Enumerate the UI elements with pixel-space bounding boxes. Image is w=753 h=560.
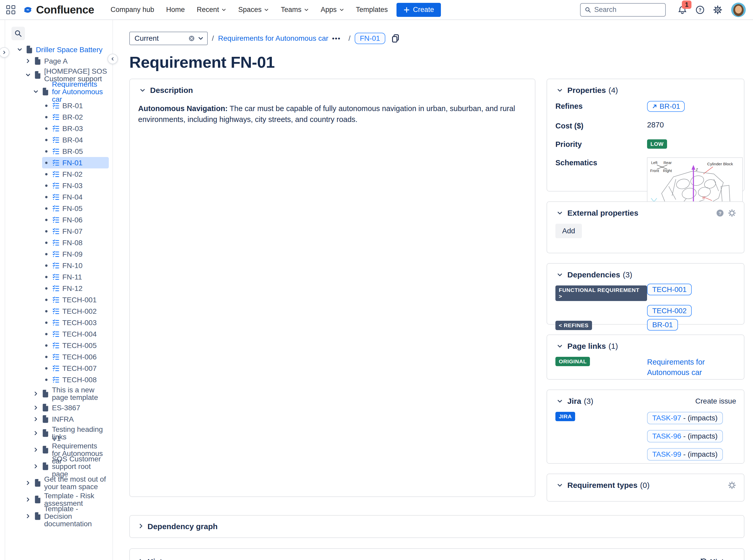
sidebar-item-br-03[interactable]: BR-03 bbox=[42, 123, 109, 134]
sidebar-item-fn-09[interactable]: FN-09 bbox=[42, 248, 109, 260]
nav-item-recent[interactable]: Recent bbox=[191, 2, 232, 18]
breadcrumb-ellipsis-button[interactable]: ••• bbox=[332, 35, 341, 43]
chevron-right-icon[interactable] bbox=[32, 464, 40, 469]
sidebar-item-fn-10[interactable]: FN-10 bbox=[42, 260, 109, 271]
sidebar-item-template-decision-documentation[interactable]: Template - Decision documentation bbox=[24, 508, 109, 524]
nav-item-teams[interactable]: Teams bbox=[275, 2, 315, 18]
confluence-logo[interactable]: Confluence bbox=[22, 4, 94, 16]
chevron-right-icon[interactable] bbox=[32, 405, 40, 410]
sidebar-item-tech-001[interactable]: TECH-001 bbox=[42, 294, 109, 305]
sidebar-item-fn-08[interactable]: FN-08 bbox=[42, 237, 109, 248]
chevron-down-icon[interactable] bbox=[24, 73, 32, 78]
sidebar-item-driller-space-battery[interactable]: Driller Space Battery bbox=[16, 44, 109, 55]
sidebar-item-page-a[interactable]: Page A bbox=[24, 55, 109, 67]
history-button[interactable]: History bbox=[700, 558, 735, 560]
dependency-chip-tech-001[interactable]: TECH-001 bbox=[647, 284, 692, 295]
chevron-right-icon[interactable] bbox=[24, 58, 32, 64]
app-switcher-icon[interactable] bbox=[6, 5, 15, 14]
chevron-right-icon[interactable] bbox=[32, 391, 40, 396]
sidebar-item-fn-03[interactable]: FN-03 bbox=[42, 180, 109, 191]
nav-item-company-hub[interactable]: Company hub bbox=[105, 2, 160, 18]
create-button[interactable]: Create bbox=[397, 3, 441, 17]
page-link[interactable]: Requirements for Autonomous car bbox=[647, 357, 736, 378]
chevron-right-icon[interactable] bbox=[138, 558, 144, 560]
chevron-right-icon[interactable] bbox=[32, 417, 40, 422]
search-icon bbox=[585, 6, 591, 14]
sidebar-item-fn-06[interactable]: FN-06 bbox=[42, 214, 109, 225]
dependency-graph-card[interactable]: Dependency graph bbox=[129, 515, 745, 538]
sidebar-item-tech-002[interactable]: TECH-002 bbox=[42, 305, 109, 317]
sidebar-item-this-is-a-new-page-template[interactable]: This is a new page template bbox=[32, 385, 109, 402]
sidebar-item-infra[interactable]: INFRA bbox=[32, 413, 109, 425]
sidebar-item-tech-003[interactable]: TECH-003 bbox=[42, 317, 109, 328]
history-card[interactable]: History History bbox=[129, 548, 745, 560]
sidebar-item-get-the-most-out-of-your-team-space[interactable]: Get the most out of your team space bbox=[24, 475, 109, 491]
sidebar-item-fn-04[interactable]: FN-04 bbox=[42, 191, 109, 203]
sidebar-item-fn-07[interactable]: FN-07 bbox=[42, 225, 109, 237]
settings-button[interactable] bbox=[713, 5, 722, 15]
nav-item-templates[interactable]: Templates bbox=[350, 2, 394, 18]
sidebar-search-button[interactable] bbox=[12, 27, 25, 40]
sidebar-item-fn-11[interactable]: FN-11 bbox=[42, 271, 109, 283]
sidebar-item-tech-005[interactable]: TECH-005 bbox=[42, 340, 109, 351]
help-filled-icon[interactable]: ? bbox=[716, 209, 724, 217]
copy-link-button[interactable] bbox=[391, 34, 400, 43]
chevron-down-icon[interactable] bbox=[555, 398, 564, 404]
jira-issue-chip-task-96[interactable]: TASK-96 - (impacts) bbox=[647, 430, 723, 442]
sidebar-item-requirements-for-autonomous-car[interactable]: Requirements for Autonomous car bbox=[32, 83, 109, 100]
sidebar-item-br-04[interactable]: BR-04 bbox=[42, 134, 109, 145]
requirement-list-icon bbox=[51, 364, 61, 372]
chevron-down-icon[interactable] bbox=[555, 210, 564, 216]
help-button[interactable]: ? bbox=[695, 5, 705, 15]
clear-icon[interactable] bbox=[188, 35, 195, 42]
jira-issue-chip-task-99[interactable]: TASK-99 - (impacts) bbox=[647, 448, 723, 461]
refines-value-chip[interactable]: BR-01 bbox=[647, 101, 685, 112]
chevron-down-icon[interactable] bbox=[138, 87, 147, 93]
notification-badge[interactable]: 1 bbox=[682, 1, 692, 9]
sidebar-item-br-02[interactable]: BR-02 bbox=[42, 111, 109, 123]
dependency-chip-tech-002[interactable]: TECH-002 bbox=[647, 305, 692, 317]
chevron-right-icon[interactable] bbox=[32, 431, 40, 436]
chevron-down-icon[interactable] bbox=[555, 482, 564, 488]
sidebar-item-tech-004[interactable]: TECH-004 bbox=[42, 328, 109, 340]
nav-item-home[interactable]: Home bbox=[160, 2, 191, 18]
nav-item-apps[interactable]: Apps bbox=[315, 2, 350, 18]
chevron-down-icon[interactable] bbox=[555, 343, 564, 349]
nav-item-spaces[interactable]: Spaces bbox=[232, 2, 275, 18]
chevron-down-icon[interactable] bbox=[16, 47, 24, 52]
avatar[interactable] bbox=[731, 3, 746, 17]
search-box[interactable] bbox=[580, 3, 666, 17]
notifications-button[interactable]: 1 bbox=[678, 5, 687, 15]
chevron-down-icon[interactable] bbox=[555, 272, 564, 278]
sidebar-item-fn-12[interactable]: FN-12 bbox=[42, 283, 109, 294]
sidebar-item-br-01[interactable]: BR-01 bbox=[42, 100, 109, 111]
sidebar-item-sos-customer-support-root-page[interactable]: SOS Customer support root page bbox=[32, 458, 109, 475]
sidebar-item-fn-02[interactable]: FN-02 bbox=[42, 168, 109, 180]
sidebar-item-tech-008[interactable]: TECH-008 bbox=[42, 374, 109, 385]
add-external-property-button[interactable]: Add bbox=[555, 224, 582, 238]
sidebar-item-fn-05[interactable]: FN-05 bbox=[42, 203, 109, 214]
chevron-right-icon[interactable] bbox=[32, 447, 40, 452]
gear-icon[interactable] bbox=[728, 481, 736, 489]
breadcrumb-current-chip[interactable]: FN-01 bbox=[355, 33, 385, 44]
sidebar-item-br-05[interactable]: BR-05 bbox=[42, 145, 109, 157]
sidebar-item-es-3867[interactable]: ES-3867 bbox=[32, 402, 109, 413]
dependency-chip-br-01[interactable]: BR-01 bbox=[647, 319, 678, 331]
gear-icon[interactable] bbox=[728, 209, 736, 217]
create-issue-button[interactable]: Create issue bbox=[695, 397, 736, 405]
collapse-sidebar-button[interactable] bbox=[108, 54, 118, 64]
jira-issue-chip-task-97[interactable]: TASK-97 - (impacts) bbox=[647, 412, 723, 424]
chevron-down-icon[interactable] bbox=[555, 87, 564, 93]
sidebar-item-tech-007[interactable]: TECH-007 bbox=[42, 362, 109, 374]
chevron-down-icon[interactable] bbox=[32, 89, 40, 94]
chevron-right-icon[interactable] bbox=[24, 480, 32, 485]
version-selector[interactable]: Current bbox=[129, 32, 208, 45]
sidebar-item-fn-01[interactable]: FN-01 bbox=[42, 157, 109, 168]
sidebar-item-label: BR-02 bbox=[62, 114, 109, 121]
search-input[interactable] bbox=[594, 6, 661, 14]
sidebar-item-tech-006[interactable]: TECH-006 bbox=[42, 351, 109, 362]
chevron-right-icon[interactable] bbox=[138, 523, 144, 530]
breadcrumb-parent-link[interactable]: Requirements for Autonomous car bbox=[218, 34, 328, 43]
chevron-right-icon[interactable] bbox=[24, 514, 32, 519]
chevron-right-icon[interactable] bbox=[24, 497, 32, 502]
